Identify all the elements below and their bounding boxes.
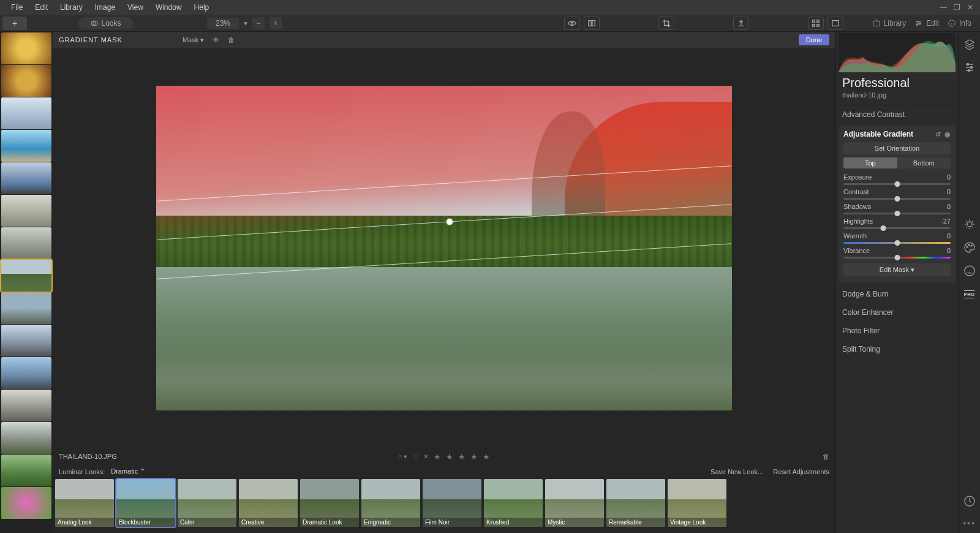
- zoom-out-button[interactable]: −: [252, 17, 265, 29]
- look-film-noir[interactable]: Film Noir: [423, 479, 481, 527]
- pro-icon[interactable]: PRO: [963, 288, 976, 300]
- thumbnail-5[interactable]: [1, 162, 51, 194]
- menu-edit[interactable]: Edit: [29, 3, 54, 12]
- save-new-look-button[interactable]: Save New Look...: [710, 468, 763, 475]
- tool-split-toning[interactable]: Split Toning: [836, 340, 958, 358]
- reset-adjustments-button[interactable]: Reset Adjustments: [773, 468, 829, 475]
- looks-toggle-button[interactable]: Looks: [78, 17, 134, 29]
- slider-knob[interactable]: [880, 225, 886, 231]
- thumbnail-6[interactable]: [1, 195, 51, 227]
- slider-track[interactable]: [843, 257, 951, 259]
- tool-dodge-burn[interactable]: Dodge & Burn: [836, 285, 958, 303]
- tab-edit[interactable]: Edit: [914, 19, 939, 28]
- slider-knob[interactable]: [894, 196, 900, 202]
- thumbnail-15[interactable]: [1, 487, 51, 519]
- set-orientation-button[interactable]: Set Orientation: [843, 142, 951, 154]
- essentials-icon[interactable]: [963, 61, 976, 74]
- thumbnail-strip[interactable]: [0, 32, 53, 533]
- thumbnail-14[interactable]: [1, 455, 51, 486]
- delete-image-icon[interactable]: 🗑: [823, 453, 829, 460]
- thumbnail-3[interactable]: [1, 97, 51, 129]
- single-view-button[interactable]: [827, 17, 843, 30]
- histogram[interactable]: [839, 33, 956, 72]
- look-calm[interactable]: Calm: [178, 479, 236, 527]
- tool-photo-filter[interactable]: Photo Filter: [836, 322, 958, 340]
- slider-track[interactable]: [843, 242, 951, 244]
- mask-delete-icon[interactable]: 🗑: [228, 36, 235, 43]
- star-1[interactable]: ★: [434, 452, 441, 461]
- menu-library[interactable]: Library: [54, 3, 89, 12]
- tool-color-enhancer[interactable]: Color Enhancer: [836, 303, 958, 322]
- compare-button[interactable]: [584, 17, 600, 30]
- crop-button[interactable]: [658, 17, 674, 30]
- look-dramatic-look[interactable]: Dramatic Look: [300, 479, 359, 527]
- layers-icon[interactable]: [963, 38, 976, 50]
- mask-dropdown[interactable]: Mask ▾: [183, 36, 204, 44]
- star-4[interactable]: ★: [470, 452, 478, 461]
- add-button[interactable]: +: [2, 17, 27, 30]
- maximize-icon[interactable]: ❐: [952, 3, 962, 12]
- tool-advanced-contrast[interactable]: Advanced Contrast: [836, 105, 958, 124]
- thumbnail-11[interactable]: [1, 357, 51, 389]
- slider-knob[interactable]: [894, 211, 900, 216]
- segment-bottom[interactable]: Bottom: [897, 157, 951, 168]
- look-enigmatic[interactable]: Enigmatic: [361, 479, 420, 527]
- thumbnail-10[interactable]: [1, 325, 51, 357]
- thumbnail-13[interactable]: [1, 422, 51, 454]
- color-icon[interactable]: [963, 241, 976, 254]
- grid-view-button[interactable]: [808, 17, 824, 30]
- look-remarkable[interactable]: Remarkable: [606, 479, 665, 527]
- favorite-icon[interactable]: ♡: [412, 453, 418, 461]
- mask-visibility-icon[interactable]: 👁: [213, 36, 219, 43]
- slider-track[interactable]: [843, 213, 951, 214]
- zoom-value[interactable]: 23%: [207, 18, 239, 29]
- color-label-icon[interactable]: ○ ▾: [398, 453, 408, 461]
- thumbnail-1[interactable]: [1, 32, 51, 64]
- light-icon[interactable]: [963, 218, 976, 230]
- slider-knob[interactable]: [894, 181, 900, 187]
- thumbnail-8[interactable]: [1, 260, 51, 292]
- segment-top[interactable]: Top: [843, 157, 897, 168]
- thumbnail-12[interactable]: [1, 390, 51, 421]
- tab-library[interactable]: Library: [872, 19, 907, 28]
- looks-category-dropdown[interactable]: Dramatic ⌃: [111, 467, 145, 475]
- look-krushed[interactable]: Krushed: [484, 479, 543, 527]
- slider-knob[interactable]: [894, 240, 900, 246]
- looks-strip[interactable]: Analog LookBlockbusterCalmCreativeDramat…: [53, 475, 835, 533]
- look-analog-look[interactable]: Analog Look: [55, 479, 114, 527]
- slider-knob[interactable]: [894, 255, 900, 260]
- menu-file[interactable]: File: [5, 3, 29, 12]
- slider-track[interactable]: [843, 198, 951, 200]
- thumbnail-7[interactable]: [1, 227, 51, 259]
- done-button[interactable]: Done: [799, 34, 829, 45]
- tool-reset-icon[interactable]: ↺: [935, 130, 941, 138]
- menu-image[interactable]: Image: [89, 3, 121, 12]
- menu-window[interactable]: Window: [149, 3, 188, 12]
- more-icon[interactable]: •••: [963, 518, 976, 533]
- look-vintage-look[interactable]: Vintage Look: [668, 479, 726, 527]
- look-blockbuster[interactable]: Blockbuster: [116, 479, 175, 527]
- portrait-icon[interactable]: [963, 265, 976, 277]
- tool-toggle-icon[interactable]: ◉: [944, 130, 951, 138]
- minimize-icon[interactable]: —: [938, 3, 948, 12]
- history-icon[interactable]: [963, 495, 976, 507]
- look-mystic[interactable]: Mystic: [545, 479, 604, 527]
- edit-mask-button[interactable]: Edit Mask ▾: [843, 263, 951, 276]
- thumbnail-4[interactable]: [1, 130, 51, 162]
- star-2[interactable]: ★: [446, 452, 453, 461]
- slider-track[interactable]: [843, 227, 951, 229]
- look-creative[interactable]: Creative: [239, 479, 298, 527]
- zoom-in-button[interactable]: +: [270, 17, 282, 29]
- photo-preview[interactable]: [156, 86, 732, 410]
- menu-view[interactable]: View: [121, 3, 149, 12]
- thumbnail-9[interactable]: [1, 292, 51, 324]
- thumbnail-2[interactable]: [1, 65, 51, 97]
- menu-help[interactable]: Help: [188, 3, 216, 12]
- slider-track[interactable]: [843, 183, 951, 185]
- star-5[interactable]: ★: [483, 452, 490, 461]
- export-button[interactable]: [733, 17, 749, 30]
- canvas[interactable]: [53, 48, 835, 448]
- reject-icon[interactable]: ✕: [423, 453, 429, 461]
- close-icon[interactable]: ✕: [965, 3, 975, 12]
- zoom-chevron-icon[interactable]: ▾: [244, 19, 247, 28]
